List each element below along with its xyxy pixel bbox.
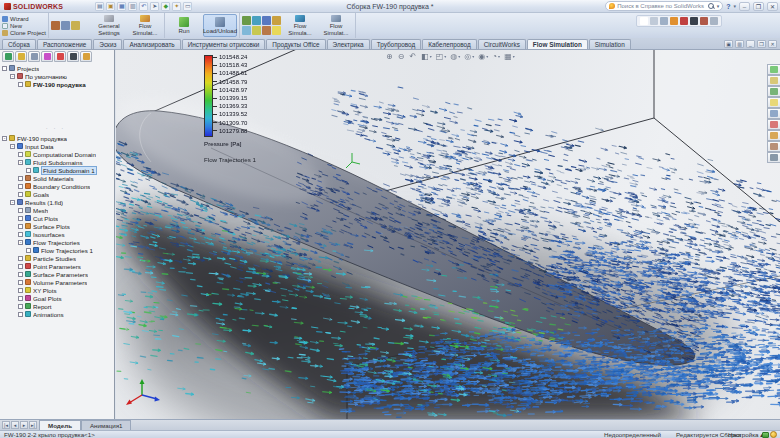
document-tab[interactable]: Модель bbox=[39, 420, 81, 430]
expander-icon[interactable] bbox=[18, 176, 23, 181]
panel-splitter[interactable]: · · · bbox=[0, 126, 111, 130]
tree-item[interactable]: Goal Plots bbox=[2, 294, 112, 302]
tree-item[interactable]: Surface Parameters bbox=[2, 270, 112, 278]
tree-item[interactable]: Computational Domain bbox=[2, 150, 112, 158]
measure-icon[interactable] bbox=[650, 17, 658, 25]
mail-icon[interactable]: ▭ bbox=[183, 2, 192, 11]
tree-item[interactable]: Solid Materials bbox=[2, 174, 112, 182]
document-tab[interactable]: Анимация1 bbox=[81, 420, 132, 430]
expander-icon[interactable] bbox=[18, 152, 23, 157]
component-control-icon[interactable] bbox=[51, 21, 60, 30]
dropdown-caret-icon[interactable]: ▾ bbox=[458, 54, 460, 59]
tree-item[interactable]: - Flow Trajectories bbox=[2, 238, 112, 246]
command-tab[interactable]: Эскиз bbox=[93, 39, 122, 49]
general-settings-button[interactable]: General Settings bbox=[92, 14, 126, 37]
tree-item[interactable]: Goals bbox=[2, 190, 112, 198]
mesh-display-icon[interactable] bbox=[242, 16, 251, 25]
wizard-button[interactable]: Wizard bbox=[2, 15, 46, 22]
expander-icon[interactable] bbox=[18, 264, 23, 269]
dropdown-caret-icon[interactable]: ▾ bbox=[498, 54, 500, 59]
isosurface-tool-icon[interactable] bbox=[272, 16, 281, 25]
blank-page-icon[interactable] bbox=[640, 17, 648, 25]
expander-icon[interactable] bbox=[18, 224, 23, 229]
window-restore-icon[interactable]: ❐ bbox=[757, 40, 766, 48]
appearance-icon[interactable] bbox=[700, 17, 708, 25]
expander-icon[interactable]: - bbox=[18, 240, 23, 245]
engineering-db-icon[interactable] bbox=[71, 21, 80, 30]
tree-item[interactable]: Cut Plots bbox=[2, 214, 112, 222]
expander-icon[interactable] bbox=[18, 256, 23, 261]
expander-icon[interactable] bbox=[18, 192, 23, 197]
open-icon[interactable]: ▣ bbox=[106, 2, 115, 11]
tab-scroll-prev-icon[interactable]: ◂ bbox=[11, 421, 19, 429]
tree-item[interactable]: Point Parameters bbox=[2, 262, 112, 270]
tree-item[interactable]: Particle Studies bbox=[2, 254, 112, 262]
flow-simulation-dropdown-2[interactable]: Flow Simula... bbox=[283, 14, 317, 37]
command-tab[interactable]: Расположение bbox=[37, 39, 92, 49]
tab-scroll-first-icon[interactable]: |◂ bbox=[2, 421, 10, 429]
goals-tool-icon[interactable] bbox=[262, 26, 271, 35]
print-icon[interactable]: ▥ bbox=[128, 2, 137, 11]
tree-item[interactable]: FW-190 продувка bbox=[2, 80, 112, 88]
rebuild-icon[interactable]: ◆ bbox=[161, 2, 170, 11]
expander-icon[interactable] bbox=[18, 82, 23, 87]
tree-item[interactable]: Report bbox=[2, 302, 112, 310]
command-tab[interactable]: Инструменты отрисовки bbox=[182, 39, 266, 49]
help-dropdown-icon[interactable]: ▾ bbox=[733, 3, 736, 9]
save-icon[interactable]: ▦ bbox=[117, 2, 126, 11]
close-button[interactable]: ✕ bbox=[767, 2, 778, 11]
tree-item[interactable]: - Input Data bbox=[2, 142, 112, 150]
expander-icon[interactable]: - bbox=[10, 144, 15, 149]
tree-item[interactable]: Surface Plots bbox=[2, 222, 112, 230]
expander-icon[interactable] bbox=[18, 304, 23, 309]
tree-item[interactable]: XY Plots bbox=[2, 286, 112, 294]
graphics-viewport[interactable]: ⊕⊖↶◧▾◰▾◍▾◎▾◉▾◔▾▦▾ 101548.24101518.431014… bbox=[116, 50, 780, 419]
load-unload-button[interactable]: Load/Unload bbox=[203, 14, 237, 37]
tree-item[interactable]: Boundary Conditions bbox=[2, 182, 112, 190]
clone-project-button[interactable]: Clone Project bbox=[2, 29, 46, 36]
tab-scroll-last-icon[interactable]: ▸| bbox=[29, 421, 37, 429]
command-tab[interactable]: Анализировать bbox=[123, 39, 180, 49]
dropdown-caret-icon[interactable]: ▾ bbox=[430, 54, 432, 59]
tree-item[interactable]: Animations bbox=[2, 310, 112, 318]
solidworks-logo[interactable]: SOLIDWORKS bbox=[0, 3, 67, 10]
search-dropdown-icon[interactable]: ▾ bbox=[717, 3, 720, 9]
flow-simulation-dropdown-1[interactable]: Flow Simulat... bbox=[128, 14, 162, 37]
search-icon[interactable] bbox=[708, 3, 715, 10]
scene-icon[interactable] bbox=[710, 17, 718, 25]
expander-icon[interactable] bbox=[18, 184, 23, 189]
lightbulb-icon[interactable] bbox=[272, 26, 281, 35]
edit-color-icon[interactable] bbox=[680, 17, 688, 25]
expander-icon[interactable] bbox=[26, 248, 31, 253]
command-tab[interactable]: Сборка bbox=[2, 39, 36, 49]
markup-icon[interactable] bbox=[660, 17, 668, 25]
expander-icon[interactable] bbox=[26, 168, 31, 173]
tree-item[interactable]: Fluid Subdomain 1 bbox=[2, 166, 112, 174]
dropdown-caret-icon[interactable]: ▾ bbox=[486, 54, 488, 59]
run-button[interactable]: Run bbox=[167, 14, 201, 37]
camera-icon[interactable] bbox=[690, 17, 698, 25]
expander-icon[interactable] bbox=[18, 312, 23, 317]
expander-icon[interactable] bbox=[18, 216, 23, 221]
dropdown-caret-icon[interactable]: ▾ bbox=[444, 54, 446, 59]
trajectories-tool-icon[interactable] bbox=[242, 26, 251, 35]
expander-icon[interactable] bbox=[18, 272, 23, 277]
xy-plot-tool-icon[interactable] bbox=[252, 26, 261, 35]
window-tile-icon[interactable]: ▥ bbox=[735, 40, 744, 48]
tree-item[interactable]: Mesh bbox=[2, 206, 112, 214]
expander-icon[interactable]: - bbox=[2, 136, 7, 141]
tree-item[interactable]: - FW-190 продувка bbox=[2, 134, 112, 142]
window-minimize-icon[interactable]: _ bbox=[746, 40, 755, 48]
undo-icon[interactable]: ↶ bbox=[139, 2, 148, 11]
cut-plot-tool-icon[interactable] bbox=[252, 16, 261, 25]
command-tab[interactable]: Трубопровод bbox=[371, 39, 422, 49]
expander-icon[interactable] bbox=[18, 208, 23, 213]
custom-properties-status-icon[interactable] bbox=[762, 432, 769, 438]
command-tab[interactable]: Электрика bbox=[327, 39, 370, 49]
expander-icon[interactable] bbox=[18, 296, 23, 301]
expander-icon[interactable] bbox=[2, 66, 7, 71]
units-icon[interactable] bbox=[61, 21, 70, 30]
dropdown-caret-icon[interactable]: ▾ bbox=[472, 54, 474, 59]
tab-scroll-next-icon[interactable]: ▸ bbox=[20, 421, 28, 429]
new-button[interactable]: New bbox=[2, 22, 46, 29]
